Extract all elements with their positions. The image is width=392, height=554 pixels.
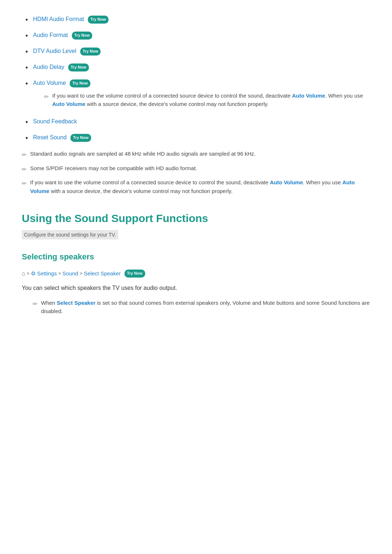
selecting-speakers-section: Selecting speakers ⌂ > ⚙ Settings > Soun… — [22, 250, 370, 315]
list-item-audio-format: • Audio Format Try Now — [22, 30, 370, 41]
list-item-hdmi-audio-format: • HDMI Audio Format Try Now — [22, 15, 370, 25]
breadcrumb-arrow-2: > — [58, 270, 61, 278]
main-section-title: Using the Sound Support Functions — [22, 210, 370, 227]
list-item-reset-sound: • Reset Sound Try Now — [22, 133, 370, 144]
selecting-speakers-body: You can select which speakers the TV use… — [22, 283, 370, 293]
list-item-dtv-audio-level: • DTV Audio Level Try Now — [22, 46, 370, 57]
audio-delay-badge[interactable]: Try Now — [68, 63, 89, 71]
bullet-list: • HDMI Audio Format Try Now • Audio Form… — [22, 15, 370, 144]
select-speaker-note: ✏ When Select Speaker is set so that sou… — [33, 299, 370, 316]
bottom-note-2-text: Some S/PDIF receivers may not be compati… — [30, 164, 197, 172]
home-icon[interactable]: ⌂ — [22, 269, 25, 278]
main-section: Using the Sound Support Functions Config… — [22, 210, 370, 315]
auto-volume-note: ✏ If you want to use the volume control … — [44, 91, 370, 108]
hdmi-audio-format-badge[interactable]: Try Now — [88, 16, 109, 24]
list-item-auto-volume: • Auto Volume Try Now ✏ If you want to u… — [22, 78, 370, 112]
bullet-dot: • — [25, 46, 28, 57]
bullet-dot: • — [25, 78, 28, 89]
main-section-subtitle: Configure the sound settings for your TV… — [22, 230, 118, 239]
bullet-dot: • — [25, 14, 28, 25]
pencil-icon-3: ✏ — [22, 179, 26, 188]
dtv-audio-level-badge[interactable]: Try Now — [80, 48, 101, 56]
reset-sound-link[interactable]: Reset Sound — [33, 134, 67, 140]
breadcrumb-arrow-1: > — [27, 270, 30, 278]
bottom-note-auto-volume: ✏ If you want to use the volume control … — [22, 178, 370, 195]
bottom-notes-section: ✏ Standard audio signals are sampled at … — [22, 149, 370, 195]
auto-volume-note-text: If you want to use the volume control of… — [52, 91, 370, 108]
breadcrumb-arrow-3: > — [79, 270, 82, 278]
bottom-note-1: ✏ Standard audio signals are sampled at … — [22, 149, 370, 160]
auto-volume-link[interactable]: Auto Volume — [33, 80, 66, 86]
bottom-auto-volume-note-text: If you want to use the volume control of… — [30, 178, 370, 195]
auto-volume-badge[interactable]: Try Now — [70, 79, 90, 87]
breadcrumb: ⌂ > ⚙ Settings > Sound > Select Speaker … — [22, 269, 370, 278]
pencil-icon-2: ✏ — [22, 165, 26, 174]
reset-sound-badge[interactable]: Try Now — [70, 134, 91, 142]
hdmi-audio-format-link[interactable]: HDMI Audio Format — [33, 16, 84, 22]
pencil-icon-1: ✏ — [22, 150, 26, 160]
pencil-icon: ✏ — [44, 92, 49, 102]
bullet-dot: • — [25, 62, 28, 73]
bottom-note-2: ✏ Some S/PDIF receivers may not be compa… — [22, 164, 370, 174]
audio-delay-link[interactable]: Audio Delay — [33, 64, 64, 70]
bullet-dot: • — [25, 30, 28, 41]
breadcrumb-sound-link[interactable]: Sound — [62, 269, 78, 278]
bottom-note-1-text: Standard audio signals are sampled at 48… — [30, 149, 256, 158]
breadcrumb-select-speaker-link[interactable]: Select Speaker — [84, 269, 121, 278]
list-item-audio-delay: • Audio Delay Try Now — [22, 62, 370, 73]
select-speaker-note-text: When Select Speaker is set so that sound… — [41, 299, 370, 316]
bullet-dot: • — [25, 116, 28, 128]
audio-format-link[interactable]: Audio Format — [33, 32, 68, 38]
breadcrumb-settings-icon: ⚙ — [31, 269, 36, 278]
select-speaker-badge[interactable]: Try Now — [124, 270, 145, 278]
pencil-icon-select-speaker: ✏ — [33, 299, 37, 309]
bullet-dot: • — [25, 132, 28, 144]
list-item-sound-feedback: • Sound Feedback — [22, 117, 370, 128]
sound-feedback-link[interactable]: Sound Feedback — [33, 117, 77, 126]
subsection-title: Selecting speakers — [22, 250, 370, 263]
audio-format-badge[interactable]: Try Now — [72, 32, 93, 40]
breadcrumb-settings-link[interactable]: Settings — [37, 269, 57, 278]
dtv-audio-level-link[interactable]: DTV Audio Level — [33, 48, 76, 54]
